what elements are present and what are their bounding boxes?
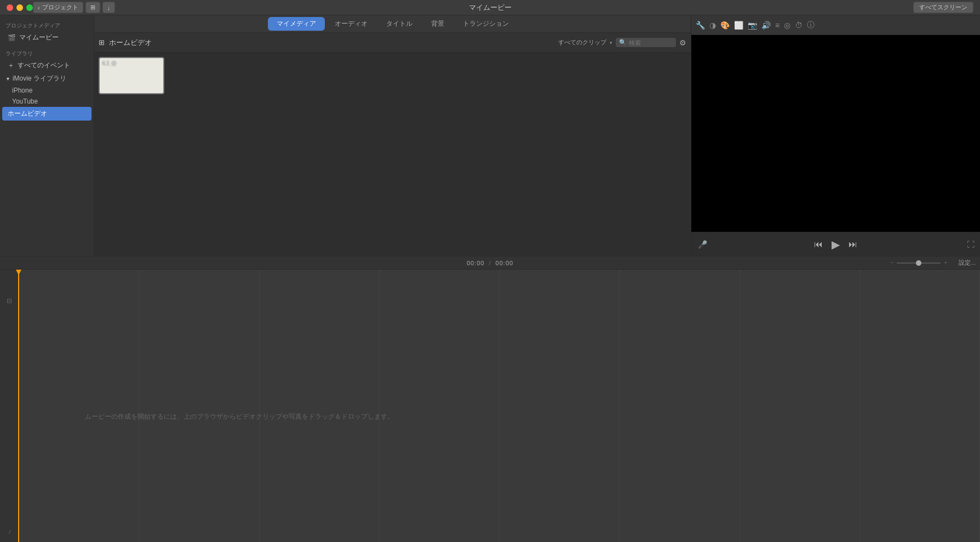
title-bar: ‹ プロジェクト ⊞ ↓ マイムービー すべてスクリーン: [0, 0, 980, 15]
skip-forward-button[interactable]: ⏭: [849, 239, 857, 249]
video-track-icon: ⊟: [7, 297, 12, 305]
browser-folder-name: ホームビデオ: [109, 38, 152, 48]
sidebar-item-iphone[interactable]: iPhone: [0, 85, 94, 96]
project-label: プロジェクト: [42, 3, 78, 12]
title-bar-right: すべてスクリーン: [913, 2, 973, 13]
search-icon: 🔍: [619, 39, 627, 46]
preview-controls: 🎤 ⏮ ▶ ⏭ ⛶: [691, 232, 980, 256]
minimize-button[interactable]: [16, 4, 23, 11]
color-correct-icon[interactable]: 🎨: [720, 21, 730, 30]
audio-icon[interactable]: 🔊: [761, 21, 771, 30]
browser-filter: すべてのクリップ ▾ 🔍 ⚙: [558, 38, 686, 47]
preview-fullscreen-button[interactable]: ⛶: [967, 240, 975, 249]
music-icon: ♪: [8, 527, 12, 535]
browser-header: ⊞ ホームビデオ すべてのクリップ ▾ 🔍 ⚙: [94, 33, 691, 53]
search-box: 🔍: [616, 38, 676, 47]
grid-icon: ⊞: [90, 4, 95, 11]
main-layout: プロジェクトメディア 🎬 マイムービー ライブラリ ＋ すべてのイベント ▼ i…: [0, 15, 980, 542]
sidebar-item-mymovie[interactable]: 🎬 マイムービー: [0, 31, 94, 44]
sidebar-all-events-label: すべてのイベント: [18, 61, 70, 70]
zoom-in-icon: +: [944, 260, 947, 266]
grid-layout-toggle[interactable]: ⊞: [99, 38, 105, 47]
crop-icon[interactable]: ⬜: [734, 21, 743, 30]
plus-icon: ＋: [8, 61, 14, 70]
video-preview-screen: [691, 35, 980, 232]
back-button[interactable]: ‹ プロジェクト: [33, 2, 83, 13]
sidebar-item-youtube[interactable]: YouTube: [0, 96, 94, 107]
wrench-icon[interactable]: 🔧: [696, 21, 705, 30]
close-button[interactable]: [7, 4, 13, 11]
timeline-playhead: [18, 270, 19, 542]
fullscreen-toggle-button[interactable]: すべてスクリーン: [913, 2, 973, 13]
project-media-header: プロジェクトメディア: [0, 20, 94, 31]
sidebar-imovie-library-label: iMovie ライブラリ: [13, 74, 66, 83]
chevron-down-icon: ▼: [5, 76, 10, 82]
timeline-tracks: ムービーの作成を開始するには、上のブラウザからビデオクリップや写真をドラッグ＆ド…: [19, 270, 980, 542]
timeline-hint-text: ムービーの作成を開始するには、上のブラウザからビデオクリップや写真をドラッグ＆ド…: [85, 413, 394, 420]
back-icon: ‹: [38, 4, 40, 11]
tab-bg[interactable]: 背景: [422, 17, 453, 31]
share-icon: ↓: [107, 4, 111, 11]
video-clip-thumbnail[interactable]: 4.1 分: [99, 57, 164, 94]
current-time: 00:00 / 00:00: [467, 260, 513, 266]
preview-toolbar: 🔧 ◑ 🎨 ⬜ 📷 🔊 ≡ ◎ ⏱ ⓘ: [691, 15, 980, 35]
timeline-hint: ムービーの作成を開始するには、上のブラウザからビデオクリップや写真をドラッグ＆ド…: [85, 411, 980, 421]
grid-view-button[interactable]: ⊞: [85, 2, 100, 13]
sidebar-mymovie-label: マイムービー: [19, 33, 59, 42]
noise-icon[interactable]: ◎: [784, 21, 790, 30]
title-bar-controls: ‹ プロジェクト ⊞ ↓: [33, 2, 115, 13]
tab-audio[interactable]: オーディオ: [326, 17, 376, 31]
zoom-slider[interactable]: [897, 263, 941, 264]
tab-transition[interactable]: トランジション: [454, 17, 518, 31]
zoom-out-icon: −: [890, 260, 893, 266]
info-icon[interactable]: ⓘ: [807, 20, 815, 30]
sidebar-home-video-label: ホームビデオ: [8, 109, 47, 118]
timeline-area: 00:00 / 00:00 − + 設定... ⊟: [0, 256, 980, 542]
tab-my-media[interactable]: マイメディア: [268, 17, 325, 31]
browser-settings-icon[interactable]: ⚙: [679, 38, 686, 47]
browser-content: 4.1 分: [94, 53, 691, 256]
sidebar-item-home-video[interactable]: ホームビデオ: [2, 107, 91, 121]
skip-back-button[interactable]: ⏮: [814, 239, 823, 249]
timeline-settings-button[interactable]: 設定...: [959, 259, 976, 267]
filter-label[interactable]: すべてのクリップ: [558, 38, 606, 47]
camera-icon[interactable]: 📷: [748, 21, 757, 30]
window-title: マイムービー: [469, 3, 512, 13]
sidebar-item-all-events[interactable]: ＋ すべてのイベント: [0, 59, 94, 72]
search-input[interactable]: [629, 39, 673, 46]
grid-toggle-icon: ⊞: [99, 38, 105, 47]
filter-dropdown-icon: ▾: [610, 40, 612, 45]
microphone-button[interactable]: 🎤: [698, 240, 707, 249]
zoom-control: − +: [890, 260, 947, 266]
preview-area: 🔧 ◑ 🎨 ⬜ 📷 🔊 ≡ ◎ ⏱ ⓘ 🎤 ⏮ ▶ ⏭ ⛶: [691, 15, 980, 256]
play-button[interactable]: ▶: [832, 238, 840, 251]
music-note-icon: ♪: [8, 527, 12, 535]
video-duration: 4.1 分: [102, 60, 117, 67]
tab-bar: マイメディア オーディオ タイトル 背景 トランジション: [94, 15, 691, 33]
timeline-sidebar: ⊟: [0, 270, 19, 542]
traffic-lights: [7, 4, 33, 11]
sidebar: プロジェクトメディア 🎬 マイムービー ライブラリ ＋ すべてのイベント ▼ i…: [0, 15, 94, 256]
library-header: ライブラリ: [0, 48, 94, 59]
film-icon: 🎬: [8, 34, 16, 42]
timeline-header: 00:00 / 00:00 − + 設定...: [0, 256, 980, 270]
timeline-grid: [19, 270, 980, 542]
media-browser: マイメディア オーディオ タイトル 背景 トランジション ⊞: [94, 15, 691, 256]
tab-title[interactable]: タイトル: [377, 17, 421, 31]
sidebar-item-imovie-library[interactable]: ▼ iMovie ライブラリ: [0, 72, 94, 85]
share-button[interactable]: ↓: [102, 2, 116, 13]
timeline-content: ⊟ ムービーの作成を開始するには、上のブラウザからビデオクリップや写: [0, 270, 980, 542]
equalizer-icon[interactable]: ≡: [775, 21, 780, 30]
speed-icon[interactable]: ⏱: [795, 21, 803, 30]
top-area: プロジェクトメディア 🎬 マイムービー ライブラリ ＋ すべてのイベント ▼ i…: [0, 15, 980, 256]
maximize-button[interactable]: [26, 4, 33, 11]
zoom-thumb: [916, 260, 921, 266]
color-balance-icon[interactable]: ◑: [709, 21, 716, 30]
